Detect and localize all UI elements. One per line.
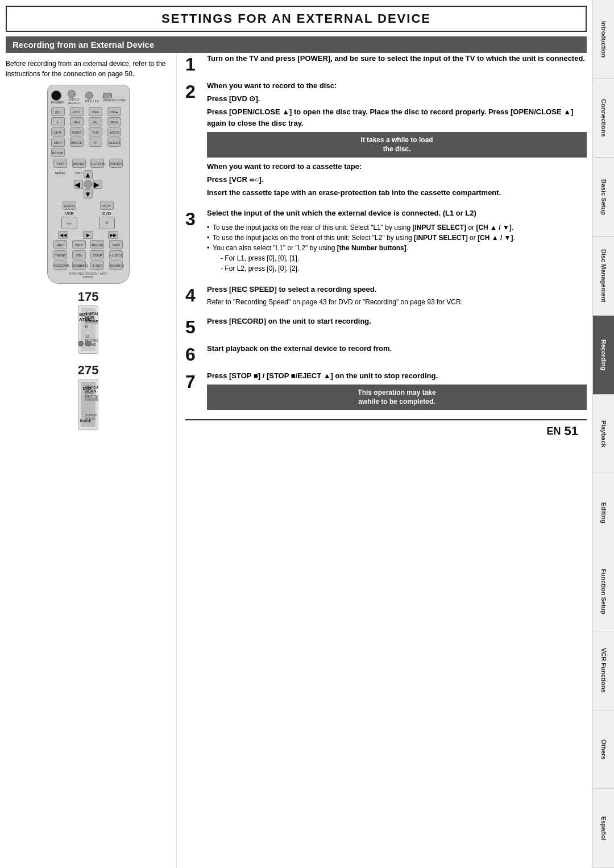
device2-labels: 2 7 5: [78, 363, 99, 378]
btn-def: DEF3: [89, 107, 102, 116]
device2-box: PROGRESSIVE SCAN DVD RECORDER DVD SUPER …: [78, 379, 99, 430]
en-label: EN: [547, 425, 561, 437]
step-2-content: When you want to record to the disc: Pre…: [207, 80, 587, 201]
device1-section: 1 7 5 4 HEAD HI-FI STEREO DVD-R/RW-R SDT…: [78, 290, 99, 357]
dvd-symbol: ⊙: [99, 217, 115, 229]
misc-row: TIMER PROG CM SKIP STOP ×1.3/0.8: [51, 250, 126, 259]
step-3-bullet-3: You can also select "L1" or "L2" by usin…: [207, 243, 587, 274]
step-6-main: Start playback on the external device to…: [207, 344, 392, 353]
right-tabs: Introduction Connections Basic Setup Dis…: [592, 0, 614, 868]
transport-row: ◀◀ ▶ ▶▶: [51, 231, 126, 239]
step-4-content: Press [REC SPEED] to select a recording …: [207, 284, 587, 309]
device1-buttons: [78, 341, 92, 346]
nav-down: ▼: [84, 189, 93, 199]
step-7-number: 7: [185, 373, 201, 391]
step-2: 2 When you want to record to the disc: P…: [185, 80, 587, 201]
device2-section: 2 7 5 PROGRESSIVE SCAN DVD RECORDER DVD …: [78, 363, 99, 433]
step-7-main: Press [STOP ■] / [STOP ■/EJECT ▲] on the…: [207, 371, 438, 380]
step-4: 4 Press [REC SPEED] to select a recordin…: [185, 284, 587, 309]
tab-editing[interactable]: Editing: [593, 473, 614, 552]
btn-timer-prog: TIMER PROG: [53, 250, 67, 259]
btn-ghi: GHI4: [70, 117, 84, 126]
tab-connections[interactable]: Connections: [593, 79, 614, 158]
btn-ch-down: CH▼: [51, 127, 65, 137]
step-2-press-vcr: Press [VCR ∞○].: [207, 175, 263, 184]
section-heading: Recording from an External Device: [6, 36, 587, 53]
step-3-number: 3: [185, 210, 201, 228]
remote-top-row: POWER INPUTSELECT DTV / TV OPEN/CLO: [51, 90, 126, 105]
tab-function-setup[interactable]: Function Setup: [593, 552, 614, 631]
btn-ch-up: CH▲: [107, 107, 121, 116]
right-column: 1 Turn on the TV and press [POWER], and …: [176, 53, 587, 868]
tab-basic-setup[interactable]: Basic Setup: [593, 158, 614, 237]
nav-up: ▲: [84, 170, 93, 179]
btn-display: DISP: [51, 138, 65, 147]
btn-pqrs: PQRS7: [70, 127, 84, 137]
btn-1: 1: [51, 117, 65, 126]
btn-menu-list: MENU/LIST: [72, 159, 86, 168]
remote-footer: DVD RECORDER / VCRNB659: [51, 272, 126, 279]
btn-stop: STOP: [90, 250, 104, 259]
vcr-symbol: ∞○: [61, 217, 77, 229]
numpad: @/: ABC2 DEF3 CH▲ 1 GHI4 JKL5 MNO6 CH▼ P…: [51, 107, 126, 157]
step-6: 6 Start playback on the external device …: [185, 343, 587, 363]
step-3-content: Select the input of the unit which the e…: [207, 208, 587, 277]
device1-box: 4 HEAD HI-FI STEREO DVD-R/RW-R SDTV ATSC…: [78, 305, 99, 354]
page-title: SETTINGS FOR AN EXTERNAL DEVICE: [18, 11, 574, 26]
tab-vcr-functions[interactable]: VCR Functions: [593, 631, 614, 710]
step-6-number: 6: [185, 345, 201, 363]
menu-row: TOPMENU MENU/LIST RETURN ENTER: [51, 159, 126, 168]
audio-play-row: AUDIO PLAY: [51, 201, 126, 210]
step-5: 5 Press [RECORD] on the unit to start re…: [185, 316, 587, 336]
btn-return: RETURN: [90, 159, 104, 168]
btn-rew: ◀◀: [58, 231, 68, 239]
step-3-l1-note: - For L1, press [0], [0], [1].: [213, 253, 587, 263]
step-7-content: Press [STOP ■] / [STOP ■/EJECT ▲] on the…: [207, 370, 587, 412]
step-4-main: Press [REC SPEED] to select a recording …: [207, 285, 376, 294]
btn-t-set: T-SET: [90, 261, 104, 270]
btn-audio: AUDIO: [63, 201, 76, 210]
step-2-disc-note: It takes a while to loadthe disc.: [207, 132, 587, 158]
input-select-btn: [68, 90, 76, 98]
step-5-main: Press [RECORD] on the unit to start reco…: [207, 317, 371, 325]
step-4-number: 4: [185, 286, 201, 304]
dtv-tv-btn: [85, 92, 93, 100]
btn-jkl: JKL5: [89, 117, 102, 126]
btn-skip2: SKIP: [109, 240, 123, 249]
step-3-l2-note: - For L2, press [0], [0], [2].: [213, 263, 587, 274]
step-1-content: Turn on the TV and press [POWER], and be…: [207, 53, 587, 66]
tab-recording[interactable]: Recording: [593, 316, 614, 395]
nav-cross: ▲ ▼ ◀ ▶: [74, 170, 102, 199]
step-1: 1 Turn on the TV and press [POWER], and …: [185, 53, 587, 73]
btn-play2: ▶: [83, 231, 93, 239]
btn-clear: CLEAR: [107, 138, 121, 147]
btn-space: SPACE: [70, 138, 84, 147]
tab-disc-management[interactable]: Disc Management: [593, 237, 614, 316]
btn-cm-skip: CM SKIP: [72, 250, 86, 259]
btn-setup: SETUP: [51, 148, 65, 157]
vcr-dvd-row: VCR ∞○ DVD ⊙: [51, 212, 126, 229]
btn-ff: ▶▶: [108, 231, 118, 239]
step-7: 7 Press [STOP ■] / [STOP ■/EJECT ▲] on t…: [185, 370, 587, 412]
tab-introduction[interactable]: Introduction: [593, 0, 614, 79]
step-2-number: 2: [185, 82, 201, 101]
step-3-bullets: To use the input jacks on the rear of th…: [207, 222, 587, 274]
nav-right: ▶: [93, 180, 102, 189]
btn-at: @/:: [51, 107, 65, 116]
page-title-bar: SETTINGS FOR AN EXTERNAL DEVICE: [6, 6, 587, 32]
tab-others[interactable]: Others: [593, 710, 614, 790]
btn-abc: ABC2: [70, 107, 84, 116]
intro-text: Before recording from an external device…: [6, 59, 171, 79]
bottom-bar: EN 51: [185, 419, 587, 442]
step-3-bullet-2: To use the input jacks on the front of t…: [207, 233, 587, 243]
btn-x1308: ×1.3/0.8: [109, 250, 123, 259]
btn-dubbing: DUBBING: [72, 261, 86, 270]
step-3-main: Select the input of the unit which the e…: [207, 209, 476, 217]
btn-top-menu: TOPMENU: [53, 159, 67, 168]
step-6-content: Start playback on the external device to…: [207, 343, 587, 356]
step-4-note: Refer to "Recording Speed" on page 43 fo…: [207, 297, 587, 308]
device1-labels: 1 7 5: [78, 290, 99, 304]
tab-espanol[interactable]: Español: [593, 789, 614, 868]
step-5-content: Press [RECORD] on the unit to start reco…: [207, 316, 587, 329]
tab-playback[interactable]: Playback: [593, 395, 614, 474]
